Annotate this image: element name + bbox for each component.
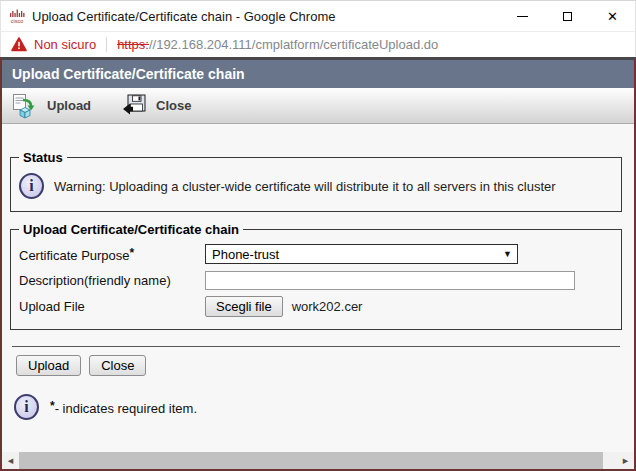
description-input[interactable] [205,271,575,290]
status-legend: Status [19,150,67,165]
window-controls: ✕ [500,1,635,31]
close-icon: ✕ [607,10,618,23]
description-label: Description(friendly name) [19,273,205,288]
required-item-footnote: i *- indicates required item. [10,394,622,420]
status-message: Warning: Uploading a cluster-wide certif… [54,179,556,194]
choose-file-button[interactable]: Scegli file [205,296,283,317]
certificate-purpose-select[interactable]: Phone-trust ▼ [205,244,518,264]
certificate-purpose-label: Certificate Purpose* [19,246,205,263]
horizontal-scrollbar[interactable]: ◂ ▸ [2,452,634,469]
page-content: Status i Warning: Uploading a cluster-wi… [2,124,634,452]
page-title: Upload Certificate/Certificate chain [12,66,245,82]
url-scheme-struck: https: [117,37,149,52]
upload-button[interactable]: Upload [16,355,81,376]
upload-form-legend: Upload Certificate/Certificate chain [19,222,243,237]
scroll-left-arrow[interactable]: ◂ [2,452,19,469]
scroll-right-arrow[interactable]: ▸ [617,452,634,469]
maximize-button[interactable] [545,1,590,31]
upload-form-fieldset: Upload Certificate/Certificate chain Cer… [10,222,622,330]
required-marker: * [130,246,135,260]
action-buttons: Upload Close [10,355,622,376]
address-bar-divider [106,37,107,52]
upload-document-icon [12,93,38,119]
scrollbar-thumb[interactable] [19,452,603,469]
certificate-purpose-row: Certificate Purpose* Phone-trust ▼ [17,241,611,267]
certificate-purpose-label-text: Certificate Purpose [19,248,130,263]
url-rest: //192.168.204.111/cmplatform/certificate… [149,37,438,52]
footnote-text-body: - indicates required item. [55,401,197,416]
security-status-label[interactable]: Non sicuro [34,37,96,52]
status-row: i Warning: Uploading a cluster-wide cert… [17,169,611,201]
url-text[interactable]: https://192.168.204.111/cmplatform/certi… [117,37,438,52]
insecure-warning-icon [11,37,27,52]
certificate-purpose-value: Phone-trust [212,247,279,262]
toolbar-upload-button[interactable]: Upload [12,93,91,119]
minimize-button[interactable] [500,1,545,31]
info-icon: i [19,173,44,199]
page-toolbar: Upload Close [2,88,634,124]
section-divider [12,346,620,347]
page-area: Upload Certificate/Certificate chain Upl… [0,57,636,471]
toolbar-upload-label: Upload [47,98,91,113]
status-fieldset: Status i Warning: Uploading a cluster-wi… [10,150,622,212]
toolbar-close-label: Close [156,98,191,113]
upload-file-label: Upload File [19,299,205,314]
toolbar-close-button[interactable]: Close [121,93,191,119]
close-button[interactable]: Close [89,355,146,376]
window-title: Upload Certificate/Certificate chain - G… [32,9,500,24]
minimize-icon [517,16,528,17]
footnote-text: *- indicates required item. [50,399,197,416]
cisco-favicon-icon: cisco [9,8,25,24]
close-window-button[interactable]: ✕ [590,1,635,31]
upload-file-row: Upload File Scegli file work202.cer [17,293,611,319]
browser-popup-window: cisco Upload Certificate/Certificate cha… [0,0,636,471]
chosen-file-name: work202.cer [292,299,363,314]
description-row: Description(friendly name) [17,267,611,293]
maximize-icon [563,12,572,21]
window-titlebar: cisco Upload Certificate/Certificate cha… [0,1,636,31]
chevron-down-icon: ▼ [503,249,512,259]
scrollbar-track[interactable] [603,452,617,469]
info-icon: i [14,394,39,420]
address-bar[interactable]: Non sicuro https://192.168.204.111/cmpla… [0,31,636,57]
page-header: Upload Certificate/Certificate chain [2,60,634,88]
svg-text:cisco: cisco [11,18,24,24]
close-disk-icon [121,93,147,119]
